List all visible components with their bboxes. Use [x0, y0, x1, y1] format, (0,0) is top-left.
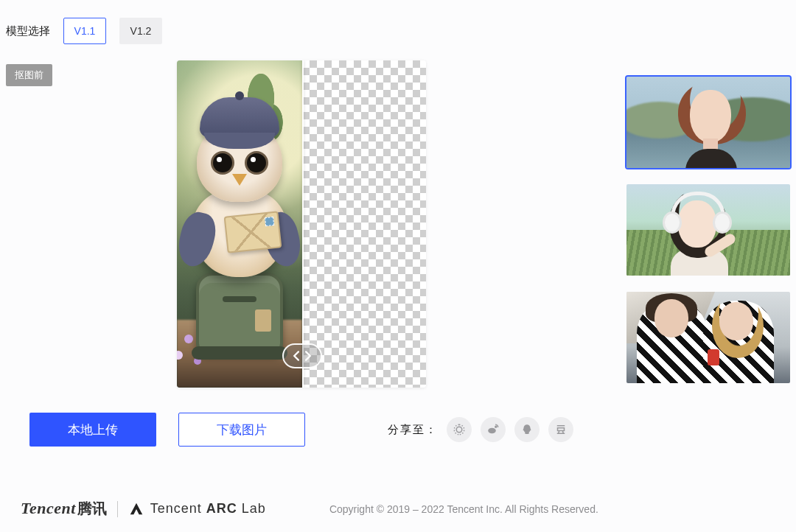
chevron-left-icon	[293, 351, 299, 361]
main-area: 抠图前 抠图后	[0, 60, 796, 485]
share-douban-icon[interactable]	[548, 417, 573, 442]
compare-right-transparent	[302, 60, 426, 388]
arc-lab-logo: Tencent ARC Lab	[128, 501, 266, 517]
compare-divider[interactable]	[302, 60, 304, 388]
sample-thumb-1[interactable]	[626, 77, 790, 168]
share-group: 分享至：	[388, 417, 573, 442]
sample-thumb-3[interactable]	[626, 292, 790, 383]
model-option-v1-1[interactable]: V1.1	[63, 18, 106, 44]
brand-separator	[117, 501, 118, 517]
footer: Tencent腾讯 Tencent ARC Lab Copyright © 20…	[0, 485, 796, 532]
model-option-v1-2[interactable]: V1.2	[119, 18, 162, 44]
compare-slider-handle[interactable]	[282, 343, 322, 368]
share-weibo-icon[interactable]	[481, 417, 506, 442]
sample-image-bird-cutout	[302, 60, 426, 388]
copyright-text: Copyright © 2019 – 2022 Tencent Inc. All…	[329, 503, 598, 515]
before-after-compare[interactable]	[177, 60, 426, 388]
sample-image-bird	[177, 60, 302, 388]
share-qq-icon[interactable]	[514, 417, 540, 442]
compare-left	[177, 60, 302, 388]
model-select-label: 模型选择	[6, 24, 50, 38]
svg-point-1	[488, 428, 496, 434]
stage-column: 抠图前 抠图后	[6, 60, 597, 485]
model-select-bar: 模型选择 V1.1 V1.2	[0, 0, 796, 60]
sample-thumb-2[interactable]	[626, 184, 790, 276]
share-qzone-icon[interactable]	[447, 417, 472, 442]
upload-button[interactable]: 本地上传	[29, 413, 156, 447]
before-badge: 抠图前	[6, 64, 52, 86]
actions-row: 本地上传 下载图片 分享至：	[6, 388, 597, 447]
compare-stage: 抠图前 抠图后	[6, 60, 597, 388]
share-label: 分享至：	[388, 423, 438, 437]
sample-list	[626, 60, 790, 485]
chevron-right-icon	[305, 351, 312, 361]
svg-point-0	[456, 427, 462, 433]
brand-block: Tencent腾讯 Tencent ARC Lab	[21, 499, 266, 519]
download-button[interactable]: 下载图片	[178, 413, 305, 447]
svg-point-2	[495, 426, 497, 428]
arc-lab-icon	[128, 501, 144, 517]
tencent-logo-en: Tencent腾讯	[21, 499, 107, 519]
